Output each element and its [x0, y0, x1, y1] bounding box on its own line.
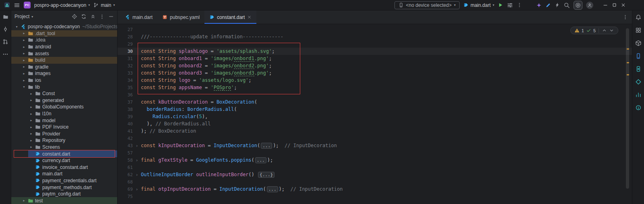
code-line-27[interactable]: 27	[118, 26, 632, 33]
tree-chevron-icon[interactable]: ▸	[21, 79, 27, 82]
code-line-29[interactable]: 29	[118, 40, 632, 48]
tree-chevron-icon[interactable]: ▸	[28, 139, 34, 142]
tree-item-assets[interactable]: ▸assets	[11, 50, 117, 57]
device-manager-icon[interactable]	[635, 53, 642, 59]
tree-chevron-icon[interactable]: ▸	[28, 98, 34, 102]
project-badge[interactable]: PC	[24, 2, 31, 8]
code-line-69[interactable]: 69›final otpInputDecoration = InputDecor…	[118, 185, 632, 193]
tree-chevron-icon[interactable]: ▸	[21, 58, 27, 62]
tree-item-android[interactable]: ▸android	[11, 44, 117, 50]
tree-item-repository[interactable]: ▸Repository	[11, 137, 117, 144]
main-menu-icon[interactable]	[14, 2, 20, 8]
flutter-performance-icon[interactable]	[635, 92, 642, 98]
tree-item-provider[interactable]: ▸Provider	[11, 131, 117, 137]
tab-pubspec-yaml[interactable]: pubspec.yaml	[157, 10, 204, 24]
tree-item-main-dart[interactable]: main.dart	[11, 171, 117, 177]
scrollbar-thumb[interactable]	[626, 28, 629, 189]
code-line-40[interactable]: 40 ), // BorderRadius.all	[118, 120, 632, 127]
tree-chevron-icon[interactable]: ▸	[21, 72, 27, 75]
tree-item-payment-methods-dart[interactable]: payment_methods.dart	[11, 184, 117, 191]
tab-main-dart[interactable]: main.dart	[120, 10, 157, 24]
code-line-43[interactable]: 43›const kInputDecoration = InputDecorat…	[118, 142, 632, 149]
tree-chevron-icon[interactable]: ▸	[28, 125, 34, 129]
editor-options-icon[interactable]	[623, 15, 628, 20]
tree-item--dart-tool[interactable]: ▸.dart_tool	[11, 30, 117, 37]
tree-chevron-icon[interactable]: ▸	[21, 65, 27, 69]
tree-item-paytm-config-dart[interactable]: paytm_config.dart	[11, 191, 117, 198]
close-button[interactable]	[621, 2, 626, 8]
sync-icon[interactable]	[81, 14, 87, 19]
running-devices-icon[interactable]	[635, 66, 642, 72]
tree-chevron-icon[interactable]: ▸	[21, 52, 27, 55]
tree-item-l10n[interactable]: ▸l10n	[11, 110, 117, 117]
tree-item-constant-dart[interactable]: constant.dart	[11, 150, 117, 157]
more-tool-windows-icon[interactable]	[2, 51, 8, 57]
kebab-menu-icon[interactable]	[517, 2, 522, 8]
branch-selector[interactable]: main ▾	[93, 2, 115, 8]
settings-button[interactable]	[574, 1, 582, 10]
project-tool-icon[interactable]	[3, 14, 8, 20]
tree-item-test[interactable]: ▸test	[11, 197, 117, 204]
code-line-30[interactable]: 30const String splashLogo = 'assets/spla…	[118, 48, 632, 55]
run-button[interactable]	[498, 2, 503, 8]
next-issue-icon[interactable]	[609, 28, 614, 33]
app-quality-insights-icon[interactable]	[635, 104, 642, 111]
tab-constant-dart[interactable]: constant.dart	[204, 10, 256, 24]
code-line-31[interactable]: 31const String onboard1 = 'images/onbord…	[118, 55, 632, 62]
code-line-36[interactable]: 36	[118, 91, 632, 98]
tree-chevron-icon[interactable]: ▾	[21, 85, 27, 89]
close-tab-icon[interactable]	[247, 15, 252, 19]
tree-item-currency-dart[interactable]: currency.dart	[11, 157, 117, 164]
tree-item-invoice-constant-dart[interactable]: invoice_constant.dart	[11, 164, 117, 171]
tree-chevron-icon[interactable]: ▸	[28, 119, 34, 122]
fold-marker-icon[interactable]: ›	[133, 158, 141, 163]
code-line-37[interactable]: 37const kButtonDecoration = BoxDecoratio…	[118, 98, 632, 106]
tree-chevron-icon[interactable]: ▸	[28, 132, 34, 135]
hide-panel-icon[interactable]	[108, 14, 114, 19]
tree-item--idea[interactable]: ▸.idea	[11, 37, 117, 44]
editor-scrollbar[interactable]	[625, 25, 630, 203]
tree-item-const[interactable]: ▸Const	[11, 90, 117, 97]
tree-item-payment-credentials-dart[interactable]: payment_credentials.dart	[11, 177, 117, 184]
code-line-39[interactable]: 39 Radius.circular(5),	[118, 113, 632, 120]
tree-item-gradle[interactable]: ▸gradle	[11, 64, 117, 71]
flutter-outline-icon[interactable]	[635, 79, 642, 85]
more-options-icon[interactable]	[99, 14, 105, 19]
search-icon[interactable]	[564, 2, 570, 8]
tree-item-model[interactable]: ▸model	[11, 117, 117, 124]
project-view-selector[interactable]: Project ▾	[14, 14, 33, 19]
more-run-options-icon[interactable]	[507, 2, 513, 8]
code-line-38[interactable]: 38 borderRadius: BorderRadius.all(	[118, 106, 632, 113]
tree-chevron-icon[interactable]: ▸	[21, 45, 27, 49]
tree-chevron-icon[interactable]: ▸	[28, 92, 34, 96]
code-line-41[interactable]: 41); // BoxDecoration	[118, 127, 632, 135]
code-line-42[interactable]: 42	[118, 135, 632, 142]
tree-chevron-icon[interactable]: ▸	[21, 31, 27, 35]
tree-item-generated[interactable]: ▸generated	[11, 97, 117, 104]
code-line-61[interactable]: 61	[118, 164, 632, 171]
tree-item-screens[interactable]: ▸Screens	[11, 144, 117, 151]
avatar[interactable]	[586, 2, 593, 9]
run-configuration-selector[interactable]: main.dart ▾	[463, 2, 494, 8]
structure-icon[interactable]	[635, 27, 642, 33]
tree-chevron-icon[interactable]: ▸	[28, 105, 34, 109]
minimize-button[interactable]	[603, 2, 608, 8]
tree-chevron-icon[interactable]: ▾	[14, 25, 20, 29]
select-opened-file-icon[interactable]	[72, 14, 77, 19]
code-editor[interactable]: 2728///--------------update information-…	[118, 24, 632, 204]
tree-item-pospro-app-codecanyon[interactable]: ▾pospro-app-codecanyon~/StudioProjects/p	[11, 23, 117, 30]
project-selector[interactable]: pospro-app-codecanyon ▾	[34, 2, 90, 8]
tree-chevron-icon[interactable]: ▸	[28, 112, 34, 116]
device-selector[interactable]: <no device selected> ▾	[394, 1, 460, 9]
tree-chevron-icon[interactable]: ▸	[21, 38, 27, 42]
tree-item-globalcomponents[interactable]: ▸GlobalComponents	[11, 104, 117, 110]
commit-tool-icon[interactable]	[2, 26, 8, 32]
tree-item-build[interactable]: ▸build	[11, 57, 117, 64]
code-line-35[interactable]: 35const String appsName = 'POSpro';	[118, 84, 632, 91]
ai-assistant-icon[interactable]	[536, 2, 542, 8]
tree-item-images[interactable]: ▸images	[11, 70, 117, 77]
tree-item-lib[interactable]: ▾lib	[11, 83, 117, 90]
pull-requests-tool-icon[interactable]	[2, 39, 8, 45]
code-line-75[interactable]: 75	[118, 193, 632, 200]
code-line-62[interactable]: 62›OutlineInputBorder outlineInputBorder…	[118, 171, 632, 178]
